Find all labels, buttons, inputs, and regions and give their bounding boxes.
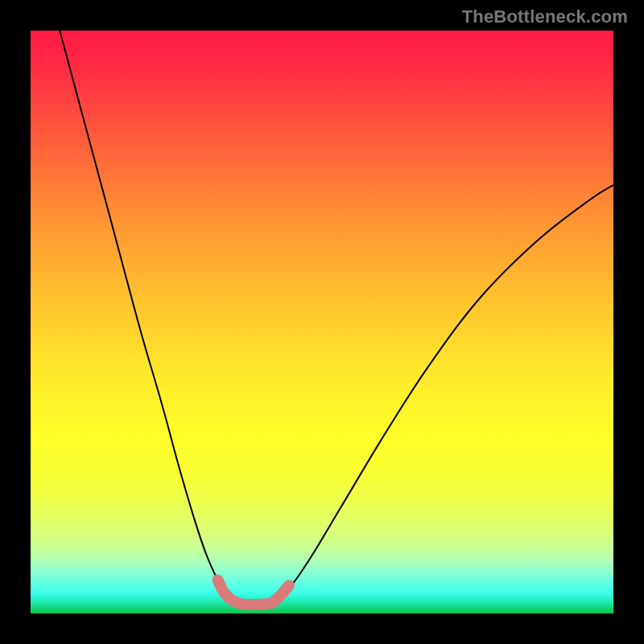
curve-layer [31, 31, 613, 613]
minimum-highlight [218, 580, 289, 605]
left-curve [60, 31, 237, 603]
chart-frame: TheBottleneck.com [0, 0, 644, 644]
plot-area [31, 31, 613, 613]
watermark-text: TheBottleneck.com [462, 6, 628, 27]
right-curve [273, 185, 614, 603]
